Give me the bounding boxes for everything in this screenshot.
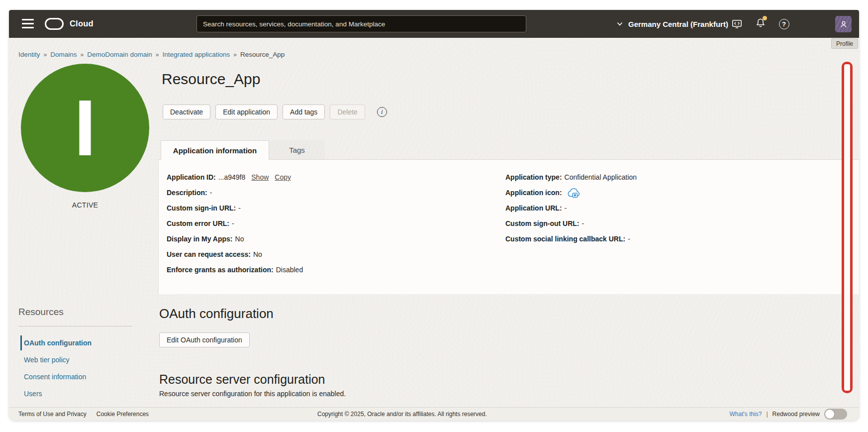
edit-oauth-configuration-button[interactable]: Edit OAuth configuration (159, 332, 250, 347)
profile-tooltip: Profile (831, 38, 858, 49)
whats-this-link[interactable]: What's this? (730, 411, 762, 418)
hamburger-menu-icon[interactable] (22, 19, 34, 28)
bell-glyph (755, 17, 766, 30)
notification-dot (763, 16, 767, 20)
show-link[interactable]: Show (251, 173, 269, 181)
cookie-preferences-link[interactable]: Cookie Preferences (96, 411, 149, 418)
page-scrollbar[interactable] (844, 64, 850, 391)
question-mark-glyph: ? (779, 19, 789, 29)
field-display-in-my-apps: Display in My Apps:No (167, 231, 303, 247)
sidebar-item-web-tier-policy[interactable]: Web tier policy (24, 354, 70, 365)
resource-server-description: Resource server configuration for this a… (159, 390, 346, 398)
info-icon[interactable]: i (377, 107, 387, 117)
status-badge: ACTIVE (21, 201, 149, 209)
sidebar-item-oauth-configuration[interactable]: OAuth configuration (24, 337, 92, 348)
oci-console-window: Cloud Germany Central (Frankfurt) ? (9, 10, 859, 421)
breadcrumb: Identity » Domains » DemoDomain domain »… (18, 51, 285, 58)
footer-divider: | (766, 411, 768, 418)
field-application-icon: Application icon: (505, 185, 637, 201)
region-label: Germany Central (Frankfurt) (628, 20, 728, 28)
help-icon[interactable]: ? (776, 10, 791, 38)
field-user-can-request-access: User can request access:No (167, 247, 303, 262)
breadcrumb-link-domains[interactable]: Domains (50, 51, 77, 58)
field-application-url: Application URL:- (505, 201, 637, 216)
person-icon (839, 19, 849, 29)
terms-link[interactable]: Terms of Use and Privacy (18, 411, 87, 418)
field-custom-sign-out-url: Custom sign-out URL:- (505, 216, 637, 231)
edit-application-button[interactable]: Edit application (215, 105, 278, 119)
breadcrumb-separator: » (156, 51, 159, 58)
application-cloud-icon (567, 187, 581, 199)
copy-link[interactable]: Copy (275, 173, 291, 181)
footer-right-group: What's this? | Redwood preview (730, 408, 848, 421)
deactivate-button[interactable]: Deactivate (163, 105, 210, 119)
field-custom-social-linking-callback-url: Custom social linking callback URL:- (505, 231, 637, 247)
search-input[interactable] (197, 16, 526, 32)
redwood-preview-label: Redwood preview (772, 411, 820, 418)
global-search (196, 15, 526, 32)
delete-button[interactable]: Delete (330, 105, 365, 119)
breadcrumb-link-identity[interactable]: Identity (18, 51, 40, 58)
details-right-column: Application type:Confidential Applicatio… (505, 170, 637, 247)
field-custom-sign-in-url: Custom sign-in URL:- (167, 201, 303, 216)
action-button-row: Deactivate Edit application Add tags Del… (163, 105, 387, 119)
brand-label: Cloud (70, 19, 94, 28)
copyright-text: Copyright © 2025, Oracle and/or its affi… (317, 408, 487, 421)
resource-server-section-title: Resource server configuration (159, 372, 325, 387)
breadcrumb-separator: » (44, 51, 47, 58)
application-information-panel: Application ID:...a949f8ShowCopy Descrip… (158, 159, 859, 294)
profile-avatar[interactable] (835, 16, 852, 32)
field-custom-error-url: Custom error URL:- (167, 216, 303, 231)
sidebar-item-users[interactable]: Users (24, 388, 42, 399)
chevron-down-icon (617, 21, 623, 27)
sidebar-item-consent-information[interactable]: Consent information (24, 371, 86, 382)
breadcrumb-separator: » (233, 51, 237, 58)
footer-bar: Terms of Use and Privacy Cookie Preferen… (9, 407, 859, 421)
breadcrumb-link-integrated-applications[interactable]: Integrated applications (162, 51, 230, 58)
field-application-type: Application type:Confidential Applicatio… (505, 170, 637, 185)
top-navigation-bar: Cloud Germany Central (Frankfurt) ? (9, 10, 859, 38)
resources-divider (18, 326, 132, 326)
add-tags-button[interactable]: Add tags (283, 105, 325, 119)
field-description: Description:- (167, 185, 303, 201)
notifications-bell-icon[interactable] (753, 10, 768, 38)
oauth-section-title: OAuth configuration (159, 306, 274, 322)
redwood-preview-toggle[interactable] (824, 409, 847, 420)
breadcrumb-current: Resource_App (240, 51, 285, 58)
screenshot-canvas: Cloud Germany Central (Frankfurt) ? (0, 0, 868, 432)
cloud-shell-icon[interactable] (729, 10, 744, 38)
tab-application-information[interactable]: Application information (161, 140, 269, 160)
details-left-column: Application ID:...a949f8ShowCopy Descrip… (167, 170, 303, 278)
app-initial-avatar: I (21, 64, 149, 192)
breadcrumb-link-demodomain[interactable]: DemoDomain domain (87, 51, 152, 58)
field-enforce-grants: Enforce grants as authorization:Disabled (167, 262, 303, 278)
oracle-logo-icon[interactable] (45, 18, 64, 30)
red-highlight-annotation (842, 62, 853, 393)
page-title: Resource_App (162, 71, 260, 88)
active-item-indicator (20, 335, 22, 350)
breadcrumb-separator: » (81, 51, 84, 58)
tab-tags[interactable]: Tags (269, 140, 325, 160)
resources-heading: Resources (18, 307, 64, 318)
field-application-id: Application ID:...a949f8ShowCopy (167, 170, 303, 185)
toggle-knob (825, 410, 834, 419)
footer-left-links: Terms of Use and Privacy Cookie Preferen… (18, 408, 149, 421)
region-selector[interactable]: Germany Central (Frankfurt) (617, 10, 728, 38)
